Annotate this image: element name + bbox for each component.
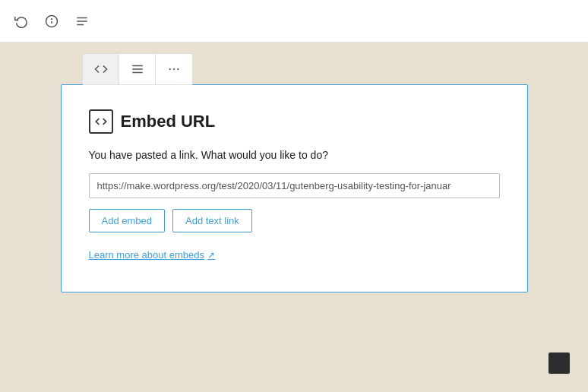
- dark-square-handle[interactable]: [548, 352, 570, 374]
- block-toolbar: [82, 53, 193, 85]
- content-area: Embed URL You have pasted a link. What w…: [0, 43, 588, 392]
- embed-card-title: Embed URL: [121, 112, 216, 131]
- info-icon[interactable]: [43, 12, 61, 30]
- embed-card: Embed URL You have pasted a link. What w…: [61, 84, 528, 292]
- embed-action-buttons: Add embed Add text link: [89, 209, 500, 232]
- text-view-button[interactable]: [119, 54, 156, 84]
- code-view-button[interactable]: [83, 54, 119, 84]
- add-text-link-button[interactable]: Add text link: [172, 209, 252, 232]
- embed-icon: [89, 109, 113, 134]
- embed-url-input[interactable]: [89, 173, 500, 198]
- embed-question-text: You have pasted a link. What would you l…: [89, 149, 500, 161]
- svg-point-10: [173, 68, 175, 70]
- learn-more-text: Learn more about embeds: [89, 249, 204, 261]
- more-options-button[interactable]: [156, 54, 192, 84]
- top-toolbar: [0, 0, 588, 43]
- undo-icon[interactable]: [12, 12, 30, 30]
- svg-point-11: [177, 68, 179, 70]
- learn-more-link[interactable]: Learn more about embeds ↗: [89, 249, 215, 261]
- list-view-icon[interactable]: [73, 12, 91, 30]
- add-embed-button[interactable]: Add embed: [89, 209, 166, 232]
- external-link-icon: ↗: [207, 250, 215, 261]
- svg-point-9: [169, 68, 171, 70]
- embed-card-header: Embed URL: [89, 109, 500, 134]
